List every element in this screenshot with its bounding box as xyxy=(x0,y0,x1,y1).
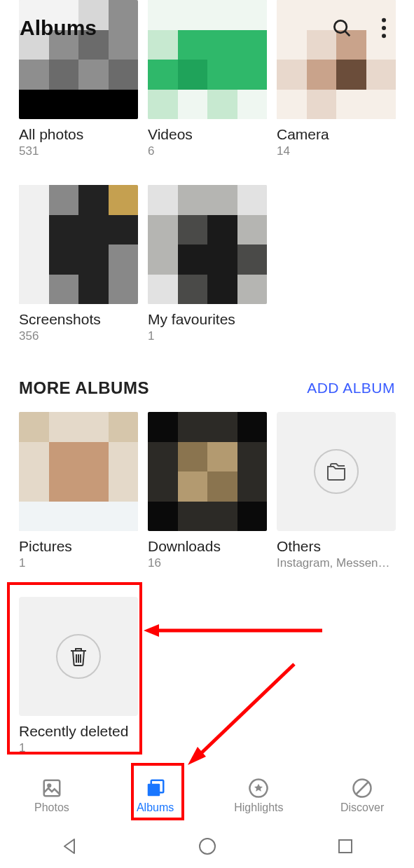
svg-rect-19 xyxy=(339,840,352,853)
more-albums-header: MORE ALBUMS ADD ALBUM xyxy=(19,378,395,398)
album-my-favourites[interactable]: My favourites 1 xyxy=(148,185,267,343)
tab-discover[interactable]: Discover xyxy=(327,778,397,814)
albums-icon xyxy=(145,778,166,799)
tab-label: Photos xyxy=(34,801,69,814)
svg-line-1 xyxy=(345,31,350,36)
album-recently-deleted[interactable]: Recently deleted 1 xyxy=(19,597,138,755)
album-count: 531 xyxy=(19,144,138,158)
folder-icon xyxy=(314,449,359,494)
svg-line-17 xyxy=(356,782,368,794)
header: Albums xyxy=(0,0,414,56)
tab-label: Albums xyxy=(137,801,174,814)
album-title: Downloads xyxy=(148,538,267,555)
header-actions xyxy=(331,18,394,39)
album-count: 1 xyxy=(19,556,138,570)
svg-point-13 xyxy=(48,784,50,787)
tab-label: Highlights xyxy=(234,801,283,814)
album-count: 1 xyxy=(19,741,138,755)
album-others[interactable]: Others Instagram, Messenge… xyxy=(277,412,396,570)
system-recents-button[interactable] xyxy=(336,836,355,856)
album-title: Others xyxy=(277,538,396,555)
trash-icon xyxy=(56,634,101,679)
svg-rect-12 xyxy=(44,780,60,797)
search-icon[interactable] xyxy=(331,18,352,39)
tab-highlights[interactable]: Highlights xyxy=(223,778,294,814)
system-back-button[interactable] xyxy=(60,836,79,856)
system-home-button[interactable] xyxy=(198,836,217,856)
page-title: Albums xyxy=(20,16,331,40)
tab-label: Discover xyxy=(340,801,384,814)
svg-rect-15 xyxy=(147,784,160,797)
album-downloads[interactable]: Downloads 16 xyxy=(148,412,267,570)
tab-photos[interactable]: Photos xyxy=(17,778,87,814)
discover-icon xyxy=(352,778,373,799)
album-thumbnail xyxy=(148,412,267,531)
system-nav-bar xyxy=(0,825,414,868)
bottom-nav: Photos Albums Highlights Discover xyxy=(0,767,414,825)
photo-icon xyxy=(41,778,62,799)
highlights-icon xyxy=(248,778,269,799)
album-count: 16 xyxy=(148,556,267,570)
album-screenshots[interactable]: Screenshots 356 xyxy=(19,185,138,343)
svg-point-3 xyxy=(382,26,386,30)
album-title: My favourites xyxy=(148,311,267,328)
album-title: Pictures xyxy=(19,538,138,555)
more-albums-heading: MORE ALBUMS xyxy=(19,378,149,398)
album-count: 14 xyxy=(277,144,396,158)
svg-point-2 xyxy=(382,18,386,22)
album-pictures[interactable]: Pictures 1 xyxy=(19,412,138,570)
album-title: Screenshots xyxy=(19,311,138,328)
album-count: 1 xyxy=(148,329,267,343)
album-subtitle: Instagram, Messenge… xyxy=(277,556,396,570)
album-thumbnail xyxy=(19,412,138,531)
album-thumbnail xyxy=(148,185,267,304)
svg-point-0 xyxy=(334,20,347,33)
album-count: 6 xyxy=(148,144,267,158)
albums-grid-more: Pictures 1 Downloads 16 Others Instagram… xyxy=(19,412,395,755)
tab-albums[interactable]: Albums xyxy=(120,778,191,814)
album-thumbnail xyxy=(277,412,396,531)
album-title: Camera xyxy=(277,126,396,143)
album-thumbnail xyxy=(19,597,138,716)
more-options-icon[interactable] xyxy=(373,18,394,39)
album-thumbnail xyxy=(19,185,138,304)
add-album-button[interactable]: ADD ALBUM xyxy=(307,380,395,397)
album-title: Recently deleted xyxy=(19,723,138,740)
album-title: All photos xyxy=(19,126,138,143)
album-title: Videos xyxy=(148,126,267,143)
album-count: 356 xyxy=(19,329,138,343)
svg-point-4 xyxy=(382,34,386,38)
svg-point-18 xyxy=(200,839,215,854)
